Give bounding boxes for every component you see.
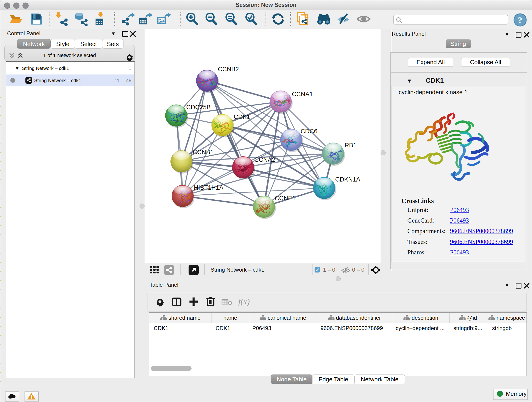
svg-text:CCNB2: CCNB2 [218, 66, 239, 73]
svg-text:CCNA2: CCNA2 [254, 156, 275, 163]
svg-text:CDKN1A: CDKN1A [335, 176, 360, 183]
svg-text:CCNB1: CCNB1 [193, 149, 214, 156]
svg-text:CCNA1: CCNA1 [292, 91, 313, 98]
svg-text:CDK1: CDK1 [234, 114, 250, 120]
svg-text:HIST1H1A: HIST1H1A [194, 184, 223, 191]
svg-text:?: ? [518, 15, 522, 25]
svg-text:CCNE1: CCNE1 [275, 195, 296, 202]
svg-text:RB1: RB1 [345, 142, 357, 149]
svg-text:CDC25B: CDC25B [186, 104, 211, 111]
svg-text:CDC6: CDC6 [301, 128, 317, 135]
